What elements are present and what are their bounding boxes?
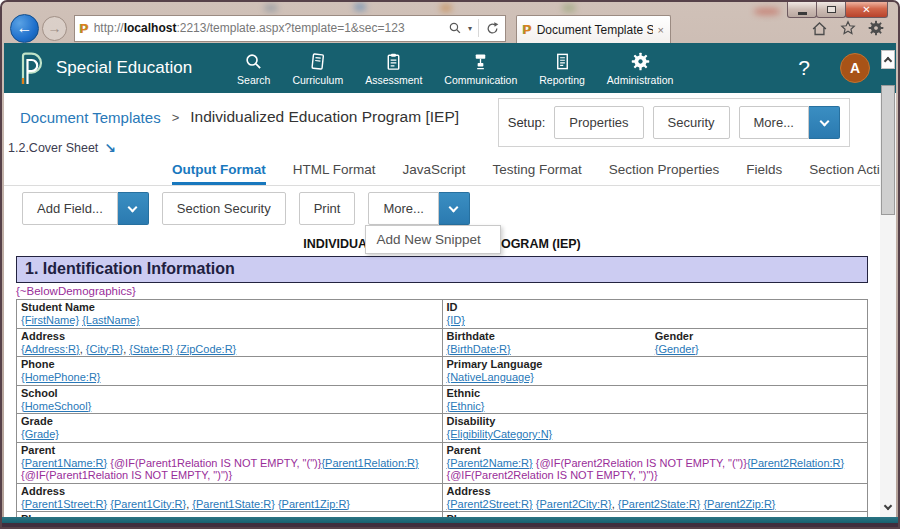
- window-close-button[interactable]: ✕: [845, 2, 888, 18]
- template-field-link[interactable]: {Parent2Name:R}: [447, 457, 533, 469]
- print-button[interactable]: Print: [299, 192, 356, 225]
- template-field-link[interactable]: {Parent1City:R}: [110, 498, 186, 510]
- template-field-link[interactable]: {Parent2Zip:R}: [703, 498, 775, 510]
- template-field-link[interactable]: {FirstName}: [21, 314, 79, 326]
- help-button[interactable]: ?: [794, 56, 814, 80]
- template-field-link[interactable]: {Parent1Name:R}: [21, 457, 107, 469]
- home-icon[interactable]: [811, 20, 828, 37]
- template-field-link[interactable]: {Parent2State:R}: [618, 498, 701, 510]
- setup-more-dropdown-button[interactable]: [809, 106, 840, 139]
- back-button[interactable]: ←: [10, 14, 39, 43]
- field-label: Address: [21, 330, 438, 343]
- template-field-link[interactable]: {Ethnic}: [447, 400, 485, 412]
- template-field-link[interactable]: {State:R}: [129, 343, 173, 355]
- template-field-link[interactable]: {Gender}: [655, 343, 699, 355]
- site-favicon: P: [80, 21, 89, 36]
- tab-html-format[interactable]: HTML Format: [293, 157, 376, 185]
- tab-output-format[interactable]: Output Format: [172, 157, 266, 185]
- table-cell: School{HomeSchool}: [17, 385, 443, 414]
- search-icon[interactable]: [448, 21, 462, 35]
- nav-item-assessment[interactable]: Assessment: [354, 43, 433, 93]
- nav-item-communication[interactable]: Communication: [433, 43, 528, 93]
- section-header[interactable]: 1. Identification Information: [16, 256, 868, 283]
- tab-fields[interactable]: Fields: [746, 157, 782, 185]
- nav-item-curriculum[interactable]: Curriculum: [281, 43, 354, 93]
- chevron-down-icon[interactable]: ▾: [468, 24, 472, 33]
- page-title: Individualized Education Program [IEP]: [190, 108, 459, 126]
- titlebar-glass-artifact: [440, 4, 452, 12]
- nav-items: Search Curriculum Assessment Communicati…: [226, 43, 684, 93]
- tab-close-icon[interactable]: ×: [658, 24, 664, 36]
- app-navbar: Special Education Search Curriculum Asse…: [4, 43, 880, 93]
- field-content: {Address:R}, {City:R}, {State:R} {ZipCod…: [21, 343, 438, 356]
- template-field-link[interactable]: {NativeLanguage}: [447, 371, 534, 383]
- properties-button[interactable]: Properties: [554, 106, 643, 139]
- table-cell: Student Name{FirstName} {LastName}: [17, 300, 443, 329]
- back-arrow-icon: ←: [17, 19, 33, 37]
- field-content: {BirthDate:R}: [447, 343, 655, 356]
- template-field-link[interactable]: {LastName}: [82, 314, 139, 326]
- field-label: School: [21, 387, 438, 400]
- address-bar[interactable]: P http://localhost:2213/template.aspx?te…: [74, 15, 506, 42]
- nav-item-reporting[interactable]: Reporting: [528, 43, 596, 93]
- window-minimize-button[interactable]: [787, 2, 817, 18]
- template-field-link[interactable]: {Address:R}: [21, 343, 80, 355]
- more-dropdown-button[interactable]: [439, 192, 470, 225]
- field-content: {HomePhone:R}: [21, 371, 438, 384]
- tab-section-actions[interactable]: Section Actions: [809, 157, 880, 185]
- field-content: {Parent1Name:R} {@IF(Parent1Relation IS …: [21, 457, 438, 482]
- template-field-link[interactable]: {EligibilityCategory:N}: [447, 428, 553, 440]
- forward-button[interactable]: →: [42, 16, 67, 41]
- template-field-link[interactable]: {HomePhone:R}: [21, 371, 101, 383]
- menu-item-add-new-snippet[interactable]: Add New Snippet: [366, 226, 500, 253]
- template-field-link[interactable]: {Parent2Street:R}: [447, 498, 533, 510]
- tab-section-properties[interactable]: Section Properties: [609, 157, 719, 185]
- tab-javascript[interactable]: JavaScript: [403, 157, 466, 185]
- user-avatar[interactable]: A: [840, 53, 870, 83]
- template-field-link[interactable]: {ID}: [447, 314, 465, 326]
- security-button[interactable]: Security: [653, 106, 730, 139]
- favorites-star-icon[interactable]: [840, 20, 856, 36]
- snippet-tag[interactable]: {~BelowDemographics}: [16, 285, 880, 297]
- setup-more-button[interactable]: More...: [739, 106, 809, 139]
- settings-gear-icon[interactable]: [868, 20, 884, 36]
- template-field-link[interactable]: {Grade}: [21, 428, 59, 440]
- more-button[interactable]: More...: [368, 192, 438, 225]
- tab-bar: Output Format HTML Format JavaScript Tes…: [4, 157, 880, 186]
- field-label: Disability: [447, 415, 864, 428]
- field-content: {HomeSchool}: [21, 400, 438, 413]
- close-icon: ✕: [862, 4, 870, 15]
- nav-item-search[interactable]: Search: [226, 43, 281, 93]
- template-field-link[interactable]: {Parent1Street:R}: [21, 498, 107, 510]
- field-label: Student Name: [21, 301, 438, 314]
- section-security-button[interactable]: Section Security: [162, 192, 286, 225]
- template-field-link[interactable]: {HomeSchool}: [21, 400, 91, 412]
- setup-button-group: Setup: Properties Security More...: [498, 98, 850, 147]
- template-field-link[interactable]: {Parent2City:R}: [536, 498, 612, 510]
- scrollbar-up-button[interactable]: [881, 50, 895, 69]
- window-maximize-button[interactable]: [816, 2, 846, 18]
- window-titlebar[interactable]: ✕: [2, 2, 898, 13]
- arrow-down-right-icon[interactable]: ↘: [104, 143, 116, 153]
- template-field-link[interactable]: {Parent1Zip:R}: [278, 498, 350, 510]
- powerschool-logo-icon[interactable]: [18, 51, 44, 85]
- nav-item-administration[interactable]: Administration: [596, 43, 685, 93]
- scrollbar-thumb[interactable]: [881, 85, 895, 215]
- tab-testing-format[interactable]: Testing Format: [493, 157, 582, 185]
- template-field-link[interactable]: {Parent1State:R}: [192, 498, 275, 510]
- scrollbar-down-button[interactable]: [881, 498, 895, 516]
- breadcrumb-link-document-templates[interactable]: Document Templates: [20, 109, 161, 126]
- template-field-link[interactable]: {BirthDate:R}: [447, 343, 511, 355]
- template-field-link[interactable]: {City:R}: [86, 343, 123, 355]
- url-text[interactable]: http://localhost:2213/template.aspx?temp…: [94, 21, 443, 35]
- template-field-link[interactable]: {ZipCode:R}: [176, 343, 236, 355]
- template-field-link[interactable]: {Parent1Relation:R}: [321, 457, 418, 469]
- add-field-button[interactable]: Add Field...: [22, 192, 118, 225]
- cover-sheet-link[interactable]: 1.2.Cover Sheet: [8, 141, 98, 155]
- vertical-scrollbar[interactable]: [880, 43, 896, 517]
- refresh-icon[interactable]: [485, 21, 500, 36]
- add-field-dropdown-button[interactable]: [118, 192, 149, 225]
- window-controls: ✕: [788, 2, 888, 18]
- browser-tab[interactable]: P Document Template Setup ... ×: [516, 15, 671, 43]
- template-field-link[interactable]: {Parent2Relation:R}: [747, 457, 844, 469]
